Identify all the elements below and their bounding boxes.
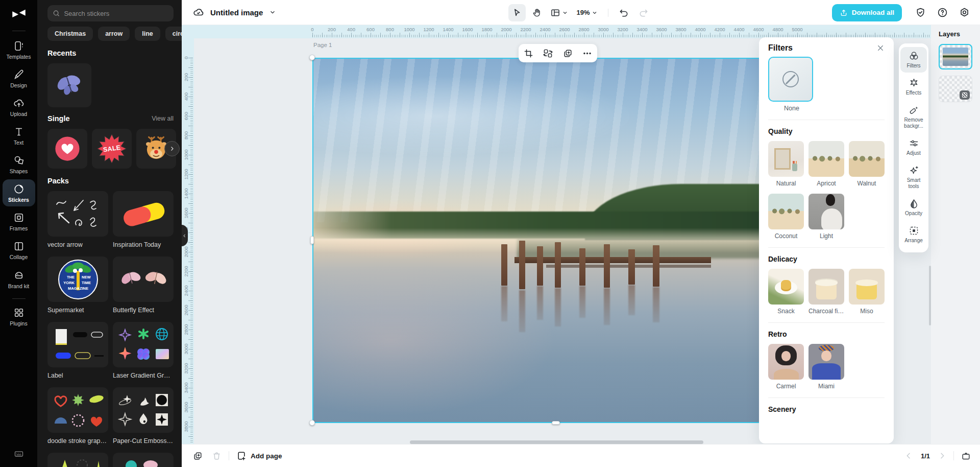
replace-icon[interactable]	[543, 49, 553, 58]
chip-arrow[interactable]: arrow	[98, 27, 130, 41]
sidebar-item-design[interactable]: Design	[3, 65, 35, 92]
tool-rail-scrollbar[interactable]	[929, 266, 931, 325]
pack-doodle-stroke[interactable]: doodle stroke graphics	[47, 387, 108, 445]
sale-sticker[interactable]: SALE	[92, 129, 132, 169]
sticker-search[interactable]	[47, 5, 174, 21]
sidebar-item-plugins[interactable]: Plugins	[3, 303, 35, 330]
svg-text:TIME: TIME	[82, 281, 91, 285]
present-icon[interactable]	[961, 451, 971, 461]
download-all-button[interactable]: Download all	[832, 4, 902, 21]
sidebar-item-upload[interactable]: Upload	[3, 94, 35, 121]
pack-butterfly-effect[interactable]: Butterfly Effect	[113, 256, 174, 314]
chevron-down-icon	[562, 10, 568, 16]
pack-row5-stub-b[interactable]	[113, 453, 174, 467]
more-options-icon[interactable]	[582, 49, 592, 58]
select-tool-button[interactable]	[508, 4, 526, 21]
chip-circle[interactable]: circle	[165, 27, 182, 41]
pack-vector-arrow[interactable]: vector arrow	[47, 191, 108, 248]
tool-remove-background[interactable]: Remove backgr...	[900, 101, 927, 133]
capcut-logo-icon[interactable]	[10, 8, 28, 24]
filter-coconut[interactable]: Coconut	[768, 194, 804, 240]
selection-handle-mid-left[interactable]	[310, 236, 314, 244]
chip-christmas[interactable]: Christmas	[47, 27, 93, 41]
filter-charcoal[interactable]: Charcoal fir...	[808, 269, 844, 315]
page-label: Page 1	[313, 42, 332, 48]
chevron-down-icon[interactable]	[269, 9, 276, 16]
filter-miami[interactable]: Miami	[808, 344, 844, 390]
doodle-art	[52, 392, 105, 429]
layer-image-thumbnail[interactable]	[939, 44, 972, 69]
filter-miso[interactable]: Miso	[849, 269, 885, 315]
selection-handle-bottom-left[interactable]	[309, 420, 315, 426]
download-icon	[840, 9, 848, 17]
help-icon[interactable]	[937, 7, 948, 18]
filter-light[interactable]: Light	[808, 194, 844, 240]
sidebar-item-templates[interactable]: Templates	[3, 36, 35, 63]
paper-cut-art	[117, 392, 170, 429]
tool-filters[interactable]: Filters	[900, 47, 927, 73]
settings-gear-icon[interactable]	[959, 7, 970, 18]
next-page-icon[interactable]	[938, 452, 946, 460]
filter-natural[interactable]: Natural	[768, 141, 804, 187]
privacy-shield-icon[interactable]	[915, 7, 926, 18]
crop-icon[interactable]	[524, 49, 533, 58]
packs-header: Packs	[47, 177, 182, 185]
filters-icon	[909, 51, 919, 61]
sidebar-item-label: Design	[10, 82, 27, 88]
pack-laser-gradient[interactable]: Laser Gradient Graph...	[113, 322, 174, 379]
sidebar-item-stickers[interactable]: Stickers	[3, 179, 35, 206]
search-input[interactable]	[64, 10, 168, 17]
filters-title: Filters	[768, 43, 793, 53]
transparent-background-icon	[960, 90, 970, 100]
close-icon[interactable]	[876, 44, 885, 52]
delete-page-icon[interactable]	[212, 451, 222, 461]
selection-handle-top-left[interactable]	[309, 55, 315, 60]
pack-supermarket[interactable]: THE NEW YORK TIME MAGAZINE Supermarket	[47, 256, 108, 314]
layout-tool-button[interactable]	[548, 4, 570, 21]
canvas-image[interactable]	[312, 58, 799, 423]
selection-handle-bottom-mid[interactable]	[552, 421, 560, 425]
tool-opacity[interactable]: Opacity	[900, 195, 927, 220]
tool-arrange[interactable]: Arrange	[900, 222, 927, 247]
sidebar-item-label: Collage	[10, 254, 28, 260]
sidebar-item-label: Shapes	[10, 168, 28, 174]
recent-butterfly-sticker[interactable]	[47, 63, 91, 107]
duplicate-icon[interactable]	[563, 49, 573, 58]
tool-adjust[interactable]: Adjust	[900, 134, 927, 160]
hand-tool-button[interactable]	[528, 4, 546, 21]
keyboard-shortcuts-icon[interactable]	[14, 449, 24, 461]
pack-label[interactable]: Label	[47, 322, 108, 379]
sidebar-item-text[interactable]: Text	[3, 122, 35, 149]
next-stickers-button[interactable]	[164, 141, 180, 156]
filter-apricot[interactable]: Apricot	[808, 141, 844, 187]
pack-label: doodle stroke graphics	[47, 437, 108, 445]
filter-snack[interactable]: Snack	[768, 269, 804, 315]
add-page-button[interactable]: Add page	[236, 451, 282, 461]
sidebar-item-shapes[interactable]: Shapes	[3, 151, 35, 178]
canvas-tools: 19%	[508, 0, 652, 25]
sidebar-item-collage[interactable]: Collage	[3, 237, 35, 264]
filter-walnut[interactable]: Walnut	[849, 141, 885, 187]
tool-smart-tools[interactable]: Smart tools	[900, 161, 927, 193]
filter-carmel[interactable]: Carmel	[768, 344, 804, 390]
sidebar-item-brand-kit[interactable]: Brand kit	[3, 266, 35, 293]
sidebar-item-label: Stickers	[8, 197, 29, 203]
zoom-level-button[interactable]: 19%	[573, 4, 601, 21]
layer-background-thumbnail[interactable]	[939, 76, 972, 102]
duplicate-page-icon[interactable]	[193, 451, 203, 461]
tool-effects[interactable]: Effects	[900, 74, 927, 100]
redo-button[interactable]	[635, 4, 652, 21]
pack-row5-stub-a[interactable]	[47, 453, 108, 467]
document-title[interactable]: Untitled image	[210, 8, 263, 17]
previous-page-icon[interactable]	[904, 452, 913, 460]
sidebar-item-frames[interactable]: Frames	[3, 208, 35, 235]
undo-button[interactable]	[615, 4, 632, 21]
filter-none[interactable]	[768, 57, 813, 102]
horizontal-scrollbar[interactable]	[410, 440, 703, 444]
pack-inspiration-today[interactable]: Inspiration Today	[113, 191, 174, 248]
heart-sticker[interactable]	[47, 129, 87, 169]
view-all-link[interactable]: View all	[152, 115, 174, 122]
chip-line[interactable]: line	[135, 27, 160, 41]
svg-text:THE: THE	[67, 275, 75, 279]
pack-paper-cut[interactable]: Paper-Cut Embossing	[113, 387, 174, 445]
